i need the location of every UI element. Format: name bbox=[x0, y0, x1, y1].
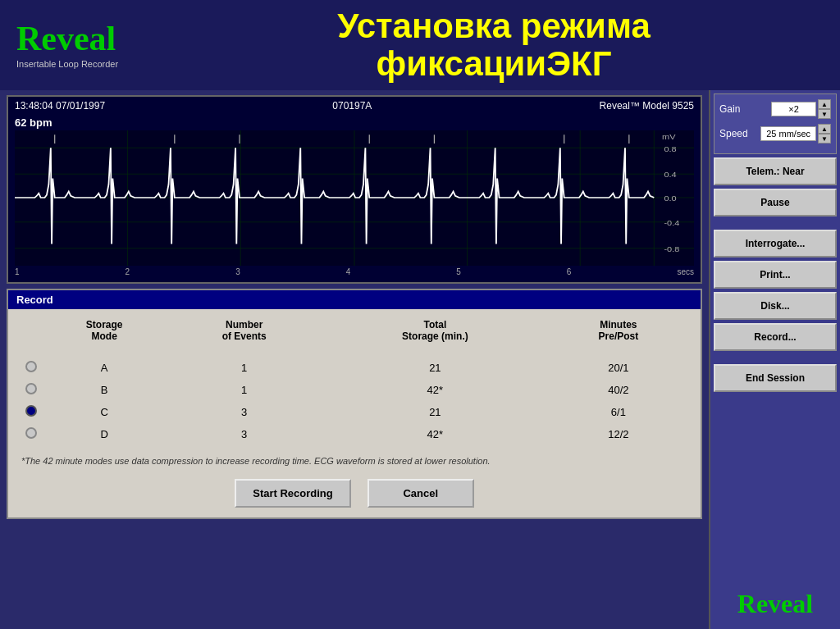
disk-button[interactable]: Disk... bbox=[714, 292, 837, 320]
col-total-storage: TotalStorage (min.) bbox=[321, 319, 550, 349]
ecg-timestamp: 13:48:04 07/01/1997 bbox=[15, 100, 105, 112]
mode-b-events: 1 bbox=[167, 379, 321, 401]
svg-text:0.0: 0.0 bbox=[664, 194, 677, 203]
mode-b-prepost: 40/2 bbox=[550, 379, 687, 401]
start-recording-button[interactable]: Start Recording bbox=[235, 479, 351, 508]
speed-up-button[interactable]: ▲ bbox=[818, 124, 831, 134]
gain-label: Gain bbox=[719, 103, 740, 115]
pause-button[interactable]: Pause bbox=[714, 189, 837, 217]
col-minutes-prepost: MinutesPre/Post bbox=[550, 319, 687, 349]
record-dialog: Record StorageMode Numberof Events Total… bbox=[7, 289, 702, 519]
ecg-device-id: 070197A bbox=[332, 100, 372, 112]
bottom-logo-area: Reveal bbox=[714, 582, 837, 626]
reveal-logo-bottom: Reveal bbox=[720, 589, 830, 619]
end-session-button[interactable]: End Session bbox=[714, 364, 837, 392]
mode-a-events: 1 bbox=[167, 357, 321, 379]
table-row: C 3 21 6/1 bbox=[21, 401, 687, 423]
mode-d-label: D bbox=[41, 423, 167, 445]
mode-a-label: A bbox=[41, 357, 167, 379]
print-button[interactable]: Print... bbox=[714, 261, 837, 289]
mode-c-label: C bbox=[41, 401, 167, 423]
mode-c-prepost: 6/1 bbox=[550, 401, 687, 423]
reveal-logo: Reveal bbox=[16, 21, 164, 56]
record-dialog-title: Record bbox=[8, 290, 701, 309]
svg-text:0.4: 0.4 bbox=[664, 171, 677, 179]
gain-value: ×2 bbox=[771, 102, 816, 116]
mode-a-prepost: 20/1 bbox=[550, 357, 687, 379]
record-table: StorageMode Numberof Events TotalStorage… bbox=[21, 319, 687, 445]
title-area: Установка режима фиксацииЭКГ bbox=[164, 7, 824, 83]
table-row: A 1 21 20/1 bbox=[21, 357, 687, 379]
logo-area: Reveal Insertable Loop Recorder bbox=[16, 21, 164, 69]
speed-label: Speed bbox=[719, 128, 748, 139]
svg-text:mV: mV bbox=[662, 132, 676, 140]
svg-text:-0.8: -0.8 bbox=[664, 245, 679, 253]
ecg-header: 13:48:04 07/01/1997 070197A Reveal™ Mode… bbox=[8, 97, 701, 115]
record-note: *The 42 minute modes use data compressio… bbox=[21, 455, 687, 467]
table-row: B 1 42* 40/2 bbox=[21, 379, 687, 401]
speed-down-button[interactable]: ▼ bbox=[818, 134, 831, 144]
mode-d-prepost: 12/2 bbox=[550, 423, 687, 445]
col-storage-mode: StorageMode bbox=[41, 319, 167, 349]
radio-d[interactable] bbox=[25, 427, 37, 439]
interrogate-button[interactable]: Interrogate... bbox=[714, 230, 837, 258]
svg-text:-0.4: -0.4 bbox=[664, 219, 679, 227]
cancel-button[interactable]: Cancel bbox=[368, 479, 474, 508]
ecg-model: Reveal™ Model 9525 bbox=[600, 100, 694, 112]
mode-b-storage: 42* bbox=[321, 379, 550, 401]
logo-subtitle: Insertable Loop Recorder bbox=[16, 59, 164, 69]
gain-down-button[interactable]: ▼ bbox=[818, 109, 831, 119]
mode-d-events: 3 bbox=[167, 423, 321, 445]
table-row: D 3 42* 12/2 bbox=[21, 423, 687, 445]
telem-button[interactable]: Telem.: Near bbox=[714, 157, 837, 185]
ecg-waveform: 0.8 0.4 0.0 -0.4 -0.8 mV bbox=[15, 130, 694, 266]
svg-text:0.8: 0.8 bbox=[664, 144, 677, 153]
radio-c[interactable] bbox=[25, 405, 37, 417]
mode-c-events: 3 bbox=[167, 401, 321, 423]
bpm-display: 62 bpm bbox=[8, 115, 701, 130]
mode-d-storage: 42* bbox=[321, 423, 550, 445]
secs-axis: 123456 secs bbox=[8, 266, 701, 278]
radio-b[interactable] bbox=[25, 383, 37, 394]
gain-speed-section: Gain ×2 ▲ ▼ Speed 25 mm/sec ▲ ▼ bbox=[714, 93, 837, 154]
gain-up-button[interactable]: ▲ bbox=[818, 99, 831, 109]
record-button[interactable]: Record... bbox=[714, 323, 837, 351]
mode-c-storage: 21 bbox=[321, 401, 550, 423]
main-title: Установка режима фиксацииЭКГ bbox=[164, 7, 824, 83]
radio-a[interactable] bbox=[25, 361, 37, 372]
ecg-monitor: 13:48:04 07/01/1997 070197A Reveal™ Mode… bbox=[7, 95, 702, 284]
mode-a-storage: 21 bbox=[321, 357, 550, 379]
mode-b-label: B bbox=[41, 379, 167, 401]
col-num-events: Numberof Events bbox=[167, 319, 321, 349]
speed-value: 25 mm/sec bbox=[760, 126, 816, 141]
